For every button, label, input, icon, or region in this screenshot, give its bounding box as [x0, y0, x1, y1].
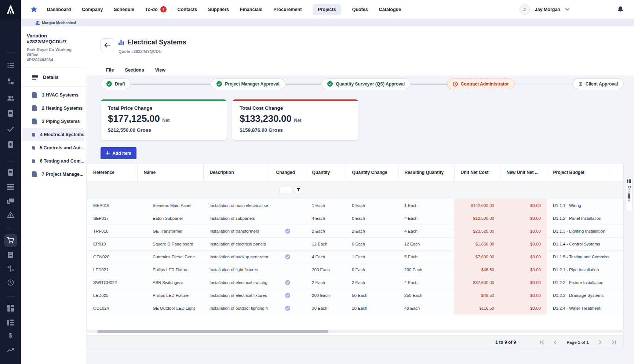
check-icon[interactable]	[7, 125, 15, 133]
file-upload-icon[interactable]	[7, 141, 15, 149]
nav-todo[interactable]: To-do7	[145, 6, 167, 12]
col-description[interactable]: Description	[203, 164, 270, 181]
document-icon[interactable]	[7, 109, 15, 117]
table-icon[interactable]	[7, 318, 15, 327]
dollar-icon[interactable]: $	[7, 332, 15, 340]
col-quantity-change[interactable]: Quantity Change	[346, 164, 398, 181]
rail-divider	[7, 229, 15, 229]
sidebar-section-5[interactable]: 5 Controls and Aut...	[22, 141, 84, 154]
document-icon[interactable]	[7, 251, 15, 259]
horizontal-scrollbar[interactable]	[87, 330, 624, 333]
col-changed[interactable]: Changed	[270, 164, 306, 181]
table-row[interactable]: SWITCH022 ABB Switchgear Installation of…	[87, 276, 624, 289]
filter-funnel-button[interactable]	[295, 186, 302, 193]
funnel-icon	[296, 188, 300, 192]
menu-sections[interactable]: Sections	[125, 68, 144, 73]
nav-quotes[interactable]: Quotes	[352, 7, 368, 12]
step-pm-approval[interactable]: Project Manager Approval	[211, 79, 285, 89]
list-icon[interactable]	[7, 62, 15, 70]
col-unit-net-cost[interactable]: Unit Net Cost	[454, 164, 500, 181]
back-button[interactable]	[101, 38, 114, 52]
menu-view[interactable]: View	[155, 68, 165, 73]
items-table: Reference Name Description Changed Quant…	[87, 164, 624, 336]
sidebar-section-3[interactable]: 3 Piping Systems	[22, 115, 84, 128]
total-price-change-card: Total Price Change $177,125.00 Net $212,…	[101, 99, 227, 140]
cart-icon-active[interactable]	[4, 234, 17, 247]
col-quantity[interactable]: Quantity	[306, 164, 346, 181]
nav-contacts[interactable]: Contacts	[178, 7, 197, 12]
favorite-star-icon[interactable]	[30, 6, 37, 13]
changed-filter-input[interactable]	[279, 187, 292, 193]
sidebar-section-1[interactable]: 1 HVAC Systems	[22, 88, 84, 102]
hourglass-icon	[579, 81, 583, 87]
table-row[interactable]: GEN020 Cummins Diesel Gene... Installati…	[87, 250, 624, 263]
menu-bar: File Sections View	[106, 68, 165, 73]
step-qs-approval[interactable]: Quantity Surveyor (QS) Approval	[321, 79, 411, 89]
rail-divider	[7, 52, 15, 52]
menu-file[interactable]: File	[106, 68, 114, 73]
first-page-button[interactable]	[538, 338, 546, 346]
nav-company[interactable]: Company	[82, 7, 103, 12]
sidebar-section-2[interactable]: 2 Heating Systems	[22, 102, 84, 115]
table-row[interactable]: MEP016 Siemens Main Panel Installation o…	[87, 199, 624, 212]
step-check-icon	[106, 81, 112, 87]
step-connector	[411, 84, 447, 84]
add-item-button[interactable]: Add Item	[101, 147, 136, 159]
col-project-budget[interactable]: Project Budget	[547, 164, 609, 181]
net-amount: $133,230.00	[240, 113, 291, 124]
col-reference[interactable]: Reference	[87, 164, 137, 181]
people-icon[interactable]	[7, 94, 15, 102]
hierarchy-icon[interactable]	[7, 77, 15, 85]
gross-amount: $159,876.00 Gross	[240, 127, 351, 133]
sidebar-section-6[interactable]: 6 Testing and Com...	[22, 154, 84, 168]
previous-page-button[interactable]	[551, 338, 559, 346]
next-page-button[interactable]	[596, 338, 604, 346]
table-row[interactable]: LED021 Philips LED Fixture Installation …	[87, 263, 624, 276]
nav-financials[interactable]: Financials	[240, 7, 262, 12]
file-icon	[32, 171, 37, 177]
scrollbar-thumb[interactable]	[97, 330, 328, 333]
nav-projects[interactable]: Projects	[313, 4, 341, 15]
table-row[interactable]: SEP017 Eaton Subpanel Installation of su…	[87, 212, 624, 225]
sidebar-item-details[interactable]: Details	[21, 68, 86, 86]
chat-icon[interactable]	[7, 197, 15, 205]
clock-icon[interactable]	[7, 279, 15, 287]
trend-icon[interactable]	[7, 346, 15, 354]
last-page-button[interactable]	[609, 338, 617, 346]
col-resulting-quantity[interactable]: Resulting Quantity	[398, 164, 454, 181]
warning-icon[interactable]	[7, 211, 15, 219]
sidebar-section-7[interactable]: 7 Project Manage...	[22, 168, 84, 181]
rail-divider	[7, 296, 15, 296]
nav-procurement[interactable]: Procurement	[273, 7, 302, 12]
split-compare-icon[interactable]	[7, 265, 15, 273]
user-menu[interactable]: Jay Morgan	[535, 7, 560, 12]
nav-schedule[interactable]: Schedule	[114, 7, 134, 12]
step-client-approval[interactable]: Client Approval	[573, 79, 624, 89]
rows-icon[interactable]	[7, 183, 15, 191]
step-draft[interactable]: Draft	[101, 79, 131, 89]
step-contract-administrator[interactable]: Contract Administrator	[447, 79, 515, 89]
nav-dashboard[interactable]: Dashboard	[47, 7, 71, 12]
table-row[interactable]: ODL024 GE Outdoor LED Light Installation…	[87, 302, 624, 314]
file-icon	[32, 145, 35, 151]
table-row[interactable]: TRF018 GE Transformer Installation of tr…	[87, 225, 624, 237]
notifications-bell-icon[interactable]	[617, 6, 624, 13]
user-avatar[interactable]: J	[520, 4, 530, 15]
step-check-icon	[327, 81, 333, 87]
col-new-unit-net[interactable]: New Unit Net ...	[500, 164, 547, 181]
dashboard-grid-icon[interactable]	[7, 304, 15, 312]
col-name[interactable]: Name	[137, 164, 203, 181]
file-icon	[32, 92, 37, 98]
breadcrumb-company[interactable]: Morgan Mechanical	[42, 21, 76, 25]
sidebar-section-4-active[interactable]: 4 Electrical Systems	[22, 128, 84, 141]
chevron-down-icon[interactable]	[565, 8, 569, 11]
columns-panel-toggle[interactable]: Columns	[626, 177, 633, 211]
table-row[interactable]: EP019 Square D Panelboard Installation o…	[87, 237, 624, 250]
app-logo[interactable]	[0, 0, 21, 19]
project-ref: #P/2024/M034	[27, 57, 80, 62]
nav-suppliers[interactable]: Suppliers	[208, 7, 229, 12]
col-spacer	[609, 164, 624, 181]
document-icon[interactable]	[7, 168, 15, 176]
table-row[interactable]: LED023 Philips LED Fixture Installation …	[87, 289, 624, 302]
nav-catalogue[interactable]: Catalogue	[379, 7, 401, 12]
